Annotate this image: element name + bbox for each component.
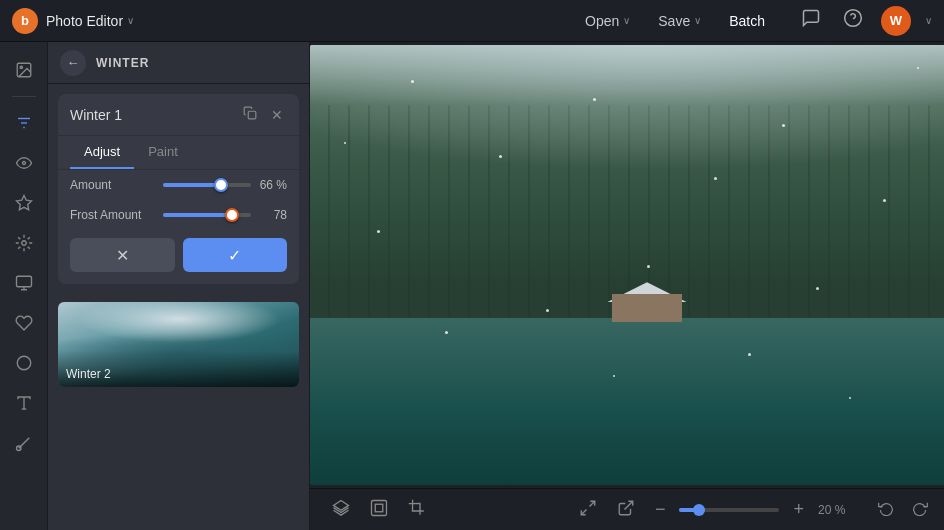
confirm-icon: ✓ — [228, 246, 241, 265]
panel-section-title: WINTER — [96, 56, 149, 70]
sidebar-item-favorites[interactable] — [6, 185, 42, 221]
frost-label: Frost Amount — [70, 208, 155, 222]
filter-card-title: Winter 1 — [70, 107, 122, 123]
canvas-viewport[interactable] — [310, 42, 944, 488]
scene-cabin — [607, 282, 687, 322]
tab-adjust[interactable]: Adjust — [70, 136, 134, 169]
svg-line-22 — [589, 501, 594, 506]
topbar-right-icons: W ∨ — [797, 4, 932, 37]
amount-slider-fill — [163, 183, 221, 187]
filter-close-button[interactable]: ✕ — [267, 104, 287, 125]
cabin-body — [612, 294, 682, 322]
zoom-percent-label: 20 % — [818, 503, 854, 517]
svg-line-24 — [624, 501, 632, 509]
filter-copy-button[interactable] — [239, 104, 261, 125]
sidebar-item-brush[interactable] — [6, 425, 42, 461]
svg-point-3 — [20, 66, 22, 68]
sidebar-item-filters[interactable] — [6, 105, 42, 141]
svg-rect-10 — [16, 276, 31, 287]
zoom-out-button[interactable]: − — [649, 497, 672, 522]
save-button[interactable]: Save ∨ — [646, 7, 713, 35]
filter-card-header: Winter 1 ✕ — [58, 94, 299, 136]
frost-slider-fill — [163, 213, 232, 217]
frost-slider-row: Frost Amount 78 — [58, 200, 299, 230]
svg-point-13 — [17, 356, 31, 370]
confirm-button[interactable]: ✓ — [183, 238, 288, 272]
app-logo: b — [12, 8, 38, 34]
frost-slider-thumb — [225, 208, 239, 222]
svg-rect-21 — [375, 504, 383, 512]
sidebar-item-layers[interactable] — [6, 265, 42, 301]
sidebar-item-text[interactable] — [6, 385, 42, 421]
panel-area: ← WINTER Winter 1 ✕ Adjust — [48, 42, 310, 530]
cancel-button[interactable]: ✕ — [70, 238, 175, 272]
amount-slider-row: Amount 66 % — [58, 170, 299, 200]
zoom-slider-thumb — [693, 504, 705, 516]
main-area: ← WINTER Winter 1 ✕ Adjust — [0, 42, 944, 530]
bottom-right-icons — [872, 496, 944, 524]
user-avatar-button[interactable]: W — [881, 6, 911, 36]
panel-back-button[interactable]: ← — [60, 50, 86, 76]
amount-value: 66 % — [259, 178, 287, 192]
sidebar-item-shape[interactable] — [6, 345, 42, 381]
back-arrow-icon: ← — [67, 55, 80, 70]
topbar-actions: Open ∨ Save ∨ Batch — [573, 7, 777, 35]
frame-icon[interactable] — [364, 495, 394, 525]
card-buttons: ✕ ✓ — [58, 230, 299, 284]
cancel-icon: ✕ — [116, 246, 129, 265]
scene-lake — [310, 318, 944, 485]
svg-point-7 — [22, 162, 25, 165]
chat-icon-button[interactable] — [797, 4, 825, 37]
zoom-slider-track[interactable] — [679, 508, 779, 512]
svg-point-9 — [21, 241, 26, 246]
layers-icon[interactable] — [326, 495, 356, 525]
sidebar-item-heart[interactable] — [6, 305, 42, 341]
sidebar-separator-1 — [12, 96, 36, 97]
tab-paint[interactable]: Paint — [134, 136, 192, 169]
zoom-control: − + 20 % — [649, 497, 854, 522]
preset-thumb-label: Winter 2 — [58, 351, 299, 387]
canvas-area: − + 20 % — [310, 42, 944, 530]
filter-card: Winter 1 ✕ Adjust Paint Amount — [58, 94, 299, 284]
open-button[interactable]: Open ∨ — [573, 7, 642, 35]
winter-photo — [310, 45, 944, 485]
topbar: b Photo Editor ∨ Open ∨ Save ∨ Batch — [0, 0, 944, 42]
amount-label: Amount — [70, 178, 155, 192]
preset-winter2[interactable]: Winter 2 — [58, 302, 299, 387]
forward-icon[interactable] — [940, 496, 944, 524]
crop-icon[interactable] — [402, 495, 432, 525]
filter-card-actions: ✕ — [239, 104, 287, 125]
bottom-bar: − + 20 % — [310, 488, 944, 530]
filter-tabs: Adjust Paint — [58, 136, 299, 170]
panel-header: ← WINTER — [48, 42, 309, 84]
resize-icon[interactable] — [573, 495, 603, 525]
svg-point-0 — [845, 10, 862, 27]
app-name-label: Photo Editor — [46, 13, 123, 29]
undo-icon[interactable] — [872, 496, 900, 524]
svg-rect-18 — [248, 111, 256, 119]
sidebar-item-view[interactable] — [6, 145, 42, 181]
left-sidebar — [0, 42, 48, 530]
preset-list: Winter 2 — [48, 294, 309, 395]
sidebar-item-image[interactable] — [6, 52, 42, 88]
frost-slider-track[interactable] — [163, 213, 251, 217]
redo-icon[interactable] — [906, 496, 934, 524]
avatar-chevron: ∨ — [925, 15, 932, 26]
svg-rect-20 — [372, 500, 387, 515]
svg-marker-8 — [16, 196, 31, 210]
amount-slider-track[interactable] — [163, 183, 251, 187]
app-name-group[interactable]: Photo Editor ∨ — [46, 13, 134, 29]
amount-slider-thumb — [214, 178, 228, 192]
svg-line-23 — [581, 509, 586, 514]
zoom-in-button[interactable]: + — [787, 497, 810, 522]
batch-button[interactable]: Batch — [717, 7, 777, 35]
help-icon-button[interactable] — [839, 4, 867, 37]
export-icon[interactable] — [611, 495, 641, 525]
app-name-chevron: ∨ — [127, 15, 134, 26]
sidebar-item-effects[interactable] — [6, 225, 42, 261]
frost-value: 78 — [259, 208, 287, 222]
